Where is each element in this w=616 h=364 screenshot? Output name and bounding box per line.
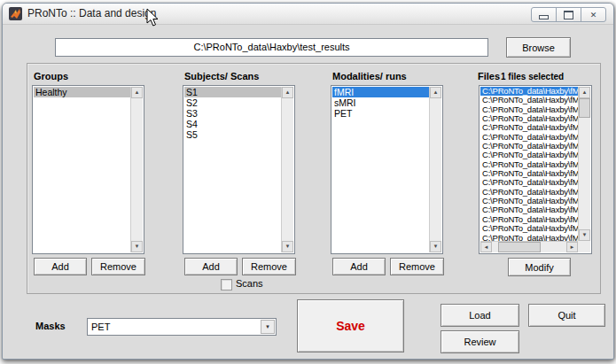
scrollbar-thumb[interactable] [498, 242, 541, 252]
window-controls: ✕ [532, 7, 606, 22]
groups-add-button[interactable]: Add [34, 258, 87, 275]
list-item[interactable]: C:\PRoNTo_data\Haxby\fMRI [480, 224, 578, 233]
masks-selected-value: PET [91, 319, 110, 335]
modalities-items: fMRIsMRIPET [332, 87, 429, 252]
modalities-remove-button[interactable]: Remove [390, 258, 444, 275]
scans-checkbox-label: Scans [236, 278, 263, 289]
scrollbar-corner [578, 241, 590, 252]
files-header: Files [478, 71, 500, 81]
scroll-down-icon[interactable]: ▼ [131, 241, 143, 252]
title-bar[interactable]: PRoNTo :: Data and design ✕ [3, 4, 613, 25]
review-button[interactable]: Review [441, 330, 519, 353]
files-vertical-scrollbar[interactable]: ▲ ▼ [578, 87, 590, 241]
scans-checkbox[interactable] [221, 279, 232, 290]
list-item[interactable]: S3 [184, 108, 281, 119]
subjects-listbox[interactable]: S1S2S3S4S5 ▲ ▼ [183, 85, 295, 254]
list-item[interactable]: C:\PRoNTo_data\Haxby\fMRI [480, 169, 578, 178]
groups-items: Healthy [34, 87, 130, 252]
list-item[interactable]: S5 [184, 129, 281, 140]
scroll-up-icon[interactable]: ▲ [131, 87, 143, 98]
list-item[interactable]: C:\PRoNTo_data\Haxby\fMRI [480, 87, 578, 96]
list-item[interactable]: C:\PRoNTo_data\Haxby\fMRI [480, 133, 578, 142]
list-item[interactable]: S1 [184, 87, 281, 97]
close-icon: ✕ [590, 11, 597, 19]
modalities-listbox[interactable]: fMRIsMRIPET ▲ ▼ [331, 85, 443, 254]
dropdown-arrow-icon[interactable]: ▼ [261, 320, 275, 334]
app-window: PRoNTo :: Data and design ✕ C:\PRoNTo_da… [2, 3, 614, 360]
matlab-app-icon [9, 7, 22, 20]
files-listbox[interactable]: C:\PRoNTo_data\Haxby\fMRIC:\PRoNTo_data\… [479, 85, 592, 254]
browse-button[interactable]: Browse [506, 37, 571, 58]
list-item[interactable]: C:\PRoNTo_data\Haxby\fMRI [480, 114, 578, 123]
list-item[interactable]: C:\PRoNTo_data\Haxby\fMRI [480, 123, 578, 132]
list-item[interactable]: C:\PRoNTo_data\Haxby\fMRI [480, 234, 578, 242]
window-title: PRoNTo :: Data and design [27, 7, 156, 19]
files-modify-button[interactable]: Modify [508, 258, 571, 276]
results-path-input[interactable]: C:\PRoNTo_data\Haxby\test_results [55, 38, 488, 57]
files-horizontal-scrollbar[interactable]: ◄ ► [480, 241, 578, 252]
scroll-down-icon[interactable]: ▼ [430, 241, 441, 252]
list-item[interactable]: C:\PRoNTo_data\Haxby\fMRI [480, 178, 578, 187]
groups-listbox[interactable]: Healthy ▲ ▼ [32, 85, 144, 254]
subjects-scrollbar[interactable]: ▲ ▼ [281, 87, 293, 252]
groups-header: Groups [34, 71, 68, 81]
files-items: C:\PRoNTo_data\Haxby\fMRIC:\PRoNTo_data\… [480, 87, 578, 241]
close-button[interactable]: ✕ [581, 7, 606, 22]
subjects-add-button[interactable]: Add [184, 258, 238, 275]
subjects-remove-button[interactable]: Remove [242, 258, 296, 275]
minimize-button[interactable] [531, 7, 557, 22]
save-button[interactable]: Save [297, 299, 404, 352]
list-item[interactable]: C:\PRoNTo_data\Haxby\fMRI [480, 215, 578, 224]
maximize-button[interactable] [556, 7, 581, 22]
groups-remove-button[interactable]: Remove [91, 258, 145, 275]
scrollbar-thumb[interactable] [579, 98, 590, 118]
scroll-down-icon[interactable]: ▼ [282, 241, 293, 252]
list-item[interactable]: C:\PRoNTo_data\Haxby\fMRI [480, 142, 578, 151]
subjects-items: S1S2S3S4S5 [184, 87, 281, 252]
list-item[interactable]: fMRI [332, 87, 429, 97]
minimize-icon [539, 15, 549, 19]
masks-dropdown[interactable]: PET ▼ [87, 318, 277, 336]
subjects-header: Subjects/ Scans [184, 71, 259, 81]
list-item[interactable]: C:\PRoNTo_data\Haxby\fMRI [480, 197, 578, 205]
maximize-icon [564, 11, 573, 19]
list-item[interactable]: Healthy [34, 87, 130, 97]
load-button[interactable]: Load [441, 304, 519, 327]
list-item[interactable]: PET [332, 108, 429, 119]
groups-scrollbar[interactable]: ▲ ▼ [130, 87, 143, 252]
list-item[interactable]: S4 [184, 119, 281, 129]
list-item[interactable]: C:\PRoNTo_data\Haxby\fMRI [480, 105, 578, 114]
modalities-scrollbar[interactable]: ▲ ▼ [429, 87, 441, 252]
files-selected-count: 1 files selected [501, 72, 564, 81]
scroll-up-icon[interactable]: ▲ [282, 87, 293, 98]
list-item[interactable]: C:\PRoNTo_data\Haxby\fMRI [480, 205, 578, 214]
modalities-header: Modalities/ runs [332, 71, 407, 81]
list-item[interactable]: C:\PRoNTo_data\Haxby\fMRI [480, 96, 578, 105]
quit-button[interactable]: Quit [528, 304, 605, 327]
scroll-up-icon[interactable]: ▲ [430, 87, 441, 98]
masks-label: Masks [35, 321, 66, 331]
scroll-right-icon[interactable]: ► [566, 242, 578, 252]
list-item[interactable]: C:\PRoNTo_data\Haxby\fMRI [480, 160, 578, 169]
list-item[interactable]: C:\PRoNTo_data\Haxby\fMRI [480, 188, 578, 197]
list-item[interactable]: C:\PRoNTo_data\Haxby\fMRI [480, 151, 578, 159]
list-item[interactable]: sMRI [332, 97, 429, 108]
scroll-down-icon[interactable]: ▼ [579, 229, 590, 241]
scroll-left-icon[interactable]: ◄ [480, 242, 492, 252]
list-item[interactable]: S2 [184, 97, 281, 108]
scroll-up-icon[interactable]: ▲ [579, 87, 590, 98]
modalities-add-button[interactable]: Add [332, 258, 386, 275]
